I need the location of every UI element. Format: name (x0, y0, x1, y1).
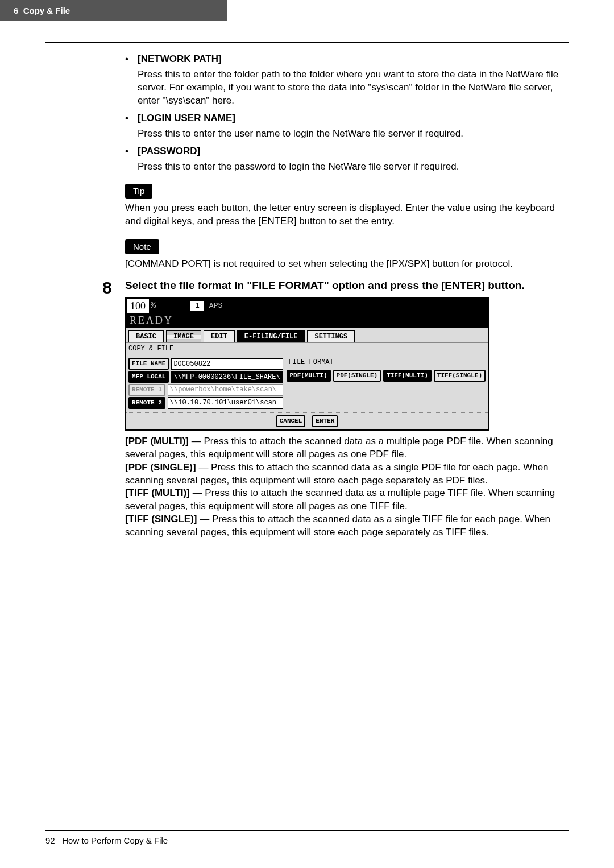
step-number: 8 (102, 276, 112, 300)
tip-label: Tip (125, 184, 152, 199)
note-label: Note (125, 239, 159, 254)
top-rule (45, 42, 569, 43)
page-footer: 92 How to Perform Copy & File (45, 830, 569, 845)
footer-text: How to Perform Copy & File (62, 836, 168, 845)
pdf-multi-label: [PDF (MULTI)] (125, 436, 189, 447)
file-format-label: FILE FORMAT (287, 357, 486, 368)
chapter-number: 6 (14, 6, 18, 15)
page-number: 92 (45, 836, 55, 845)
copy-count: 1 (190, 300, 205, 312)
format-descriptions: [PDF (MULTI)] — Press this to attach the… (125, 435, 569, 540)
tiff-single-label: [TIFF (SINGLE)] (125, 514, 197, 524)
tiff-multi-label: [TIFF (MULTI)] (125, 487, 190, 498)
device-panel: 100 % 1 APS READY BASIC IMAGE EDIT E-FIL… (125, 297, 489, 431)
enter-button[interactable]: ENTER (312, 415, 338, 427)
remote2-button[interactable]: REMOTE 2 (128, 397, 165, 409)
tab-settings[interactable]: SETTINGS (307, 330, 355, 342)
tab-image[interactable]: IMAGE (166, 330, 201, 342)
zoom-value: 100 (126, 299, 150, 313)
mfp-local-button[interactable]: MFP LOCAL (128, 371, 169, 383)
tiff-single-button[interactable]: TIFF(SINGLE) (434, 370, 486, 382)
file-name-button[interactable]: FILE NAME (128, 358, 169, 370)
pdf-single-button[interactable]: PDF(SINGLE) (333, 370, 381, 382)
mfp-local-field: \\MFP-00000236\FILE_SHARE\ (171, 371, 283, 383)
tab-row: BASIC IMAGE EDIT E-FILING/FILE SETTINGS (126, 328, 488, 343)
aps-label: APS (209, 301, 222, 311)
tiff-multi-desc: — Press this to attach the scanned data … (125, 487, 555, 511)
ready-label: READY (126, 313, 488, 328)
panel-body: FILE NAME DOC050822 MFP LOCAL \\MFP-0000… (126, 354, 488, 412)
file-name-field[interactable]: DOC050822 (171, 358, 283, 370)
pdf-multi-button[interactable]: PDF(MULTI) (287, 370, 331, 382)
bullet-network-path: [NETWORK PATH] (125, 53, 569, 66)
remote1-field: \\powerbox\home\take\scan\ (168, 384, 283, 395)
remote2-field: \\10.10.70.101\user01\scan (168, 397, 283, 408)
bullet-body: Press this to enter the folder path to t… (138, 68, 569, 108)
bullet-body: Press this to enter the user name to log… (138, 127, 569, 140)
chapter-title: Copy & File (23, 6, 70, 15)
cancel-button[interactable]: CANCEL (276, 415, 306, 427)
panel-top-bar: 100 % 1 APS (126, 299, 488, 313)
bullet-body: Press this to enter the password to logi… (138, 160, 569, 173)
bullet-login-user-name: [LOGIN USER NAME] (125, 112, 569, 125)
page-header: 6 Copy & File (0, 0, 227, 21)
zoom-percent: % (151, 300, 156, 312)
pdf-multi-desc: — Press this to attach the scanned data … (125, 436, 553, 460)
panel-bottom-row: CANCEL ENTER (126, 412, 488, 429)
pdf-single-label: [PDF (SINGLE)] (125, 462, 196, 473)
panel-left-col: FILE NAME DOC050822 MFP LOCAL \\MFP-0000… (128, 357, 283, 410)
step-title: Select the file format in "FILE FORMAT" … (125, 279, 569, 293)
step-8: 8 Select the file format in "FILE FORMAT… (125, 279, 569, 293)
tab-edit[interactable]: EDIT (204, 330, 235, 342)
tab-basic[interactable]: BASIC (128, 330, 164, 342)
sub-mode-label: COPY & FILE (126, 343, 488, 354)
panel-right-col: FILE FORMAT PDF(MULTI) PDF(SINGLE) TIFF(… (283, 357, 486, 410)
note-text: [COMMAND PORT] is not required to set wh… (125, 258, 569, 271)
tiff-multi-button[interactable]: TIFF(MULTI) (383, 370, 432, 382)
tab-efiling-file[interactable]: E-FILING/FILE (237, 330, 305, 342)
bullet-title: [NETWORK PATH] (138, 53, 222, 64)
bullet-title: [LOGIN USER NAME] (138, 113, 235, 123)
bullet-title: [PASSWORD] (138, 146, 200, 156)
bullet-password: [PASSWORD] (125, 145, 569, 158)
tip-text: When you press each button, the letter e… (125, 202, 569, 228)
remote1-button[interactable]: REMOTE 1 (128, 384, 165, 396)
